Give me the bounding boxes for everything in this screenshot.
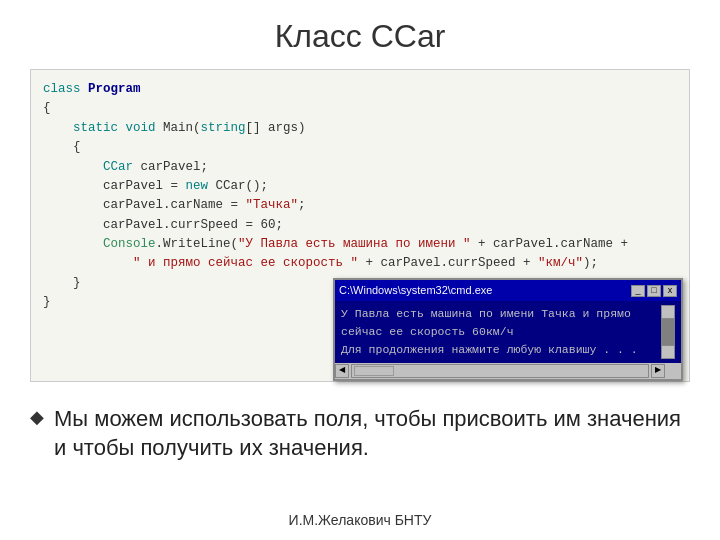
bullet-text: Мы можем использовать поля, чтобы присво… bbox=[54, 404, 690, 463]
cmd-output-line1: У Павла есть машина по имени Тачка и пря… bbox=[341, 305, 661, 341]
cmd-close-button[interactable]: x bbox=[663, 285, 677, 297]
cmd-bottom-bar: ◀ ▶ bbox=[335, 363, 681, 379]
cmd-scroll-up-button[interactable]: ▲ bbox=[661, 305, 675, 319]
page-title: Класс CCar bbox=[275, 18, 446, 55]
bullet-icon: ◆ bbox=[30, 406, 44, 428]
cmd-scroll-down-button[interactable]: ▼ bbox=[661, 345, 675, 359]
cmd-output-line2: Для продолжения нажмите любую клавишу . … bbox=[341, 341, 661, 359]
cmd-hscroll-left-button[interactable]: ◀ bbox=[335, 364, 349, 378]
code-container: class Program { static void Main(string[… bbox=[30, 69, 690, 382]
cmd-scroll-track bbox=[661, 319, 675, 344]
footer: И.М.Желакович БНТУ bbox=[0, 512, 720, 528]
cmd-titlebar-buttons: _ □ x bbox=[631, 285, 677, 297]
cmd-maximize-button[interactable]: □ bbox=[647, 285, 661, 297]
cmd-body: У Павла есть машина по имени Тачка и пря… bbox=[335, 301, 681, 362]
cmd-hscroll-track bbox=[351, 364, 649, 378]
code-line-10: " и прямо сейчас ее скорость " + carPave… bbox=[43, 254, 677, 273]
code-line-9: Console.WriteLine("У Павла есть машина п… bbox=[43, 235, 677, 254]
bullet-section: ◆ Мы можем использовать поля, чтобы прис… bbox=[30, 404, 690, 463]
code-line-6: carPavel = new CCar(); bbox=[43, 177, 677, 196]
cmd-hscroll-thumb[interactable] bbox=[354, 366, 394, 376]
cmd-minimize-button[interactable]: _ bbox=[631, 285, 645, 297]
code-line-7: carPavel.carName = "Тачка"; bbox=[43, 196, 677, 215]
cmd-hscroll-right-button[interactable]: ▶ bbox=[651, 364, 665, 378]
code-line-3: static void Main(string[] args) bbox=[43, 119, 677, 138]
code-line-5: CCar carPavel; bbox=[43, 158, 677, 177]
cmd-title: C:\Windows\system32\cmd.exe bbox=[339, 282, 492, 299]
code-line-1: class Program bbox=[43, 80, 677, 99]
cmd-scrollbar[interactable]: ▲ ▼ bbox=[661, 305, 675, 358]
cmd-titlebar: C:\Windows\system32\cmd.exe _ □ x bbox=[335, 280, 681, 301]
code-line-2: { bbox=[43, 99, 677, 118]
code-line-8: carPavel.currSpeed = 60; bbox=[43, 216, 677, 235]
code-line-4: { bbox=[43, 138, 677, 157]
cmd-window: C:\Windows\system32\cmd.exe _ □ x У Павл… bbox=[333, 278, 683, 380]
cmd-output: У Павла есть машина по имени Тачка и пря… bbox=[341, 305, 661, 358]
cmd-corner bbox=[665, 363, 681, 379]
